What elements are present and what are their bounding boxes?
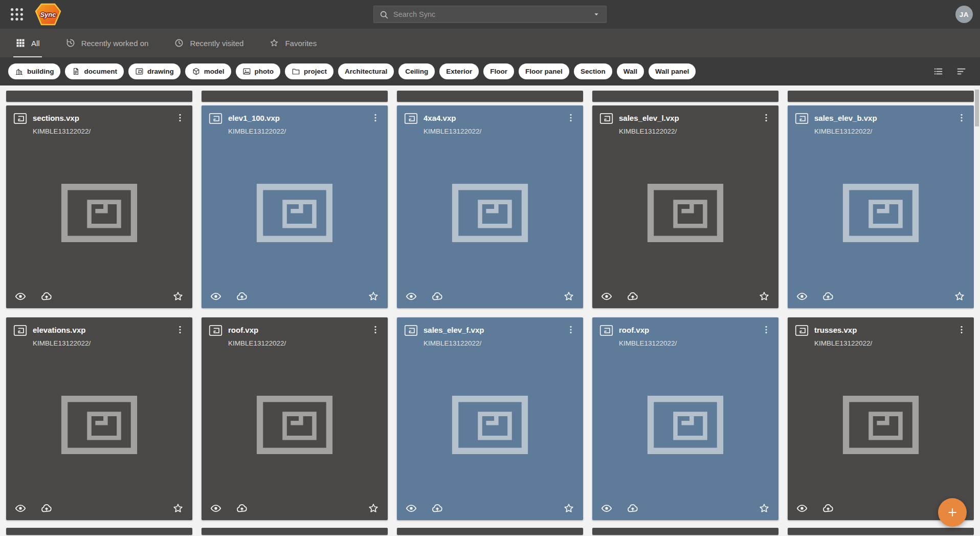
file-card[interactable]: sections.vxp KIMBLE13122022/: [6, 105, 192, 308]
preview-button[interactable]: [14, 502, 27, 514]
search-input[interactable]: [393, 10, 587, 18]
cloud-upload-button[interactable]: [627, 290, 639, 303]
avatar[interactable]: JA: [955, 6, 973, 23]
partially-visible-card[interactable]: [202, 528, 388, 535]
filter-chip-model[interactable]: model: [185, 63, 231, 79]
file-card[interactable]: elev1_100.vxp KIMBLE13122022/: [202, 105, 388, 308]
cloud-upload-button[interactable]: [40, 502, 53, 514]
favorite-button[interactable]: [758, 502, 770, 514]
filter-chip-photo[interactable]: photo: [236, 63, 280, 79]
card-menu-button[interactable]: [175, 324, 185, 335]
file-path: KIMBLE13122022/: [33, 339, 169, 347]
cloud-upload-button[interactable]: [236, 290, 248, 303]
card-footer: [13, 502, 185, 514]
filter-chip-drawing[interactable]: drawing: [128, 63, 181, 79]
filter-chip-floor[interactable]: Floor: [483, 63, 514, 79]
favorite-button[interactable]: [563, 502, 575, 514]
partially-visible-card[interactable]: [592, 528, 778, 535]
filter-chip-floor-panel[interactable]: Floor panel: [519, 63, 569, 79]
history-icon: [65, 38, 76, 48]
favorite-button[interactable]: [563, 290, 575, 303]
card-menu-button[interactable]: [761, 112, 771, 123]
tab-recently-worked-on[interactable]: Recently worked on: [63, 29, 151, 57]
tab-recently-visited[interactable]: Recently visited: [172, 29, 246, 57]
preview-button[interactable]: [210, 502, 222, 514]
card-header: elevations.vxp KIMBLE13122022/: [13, 324, 185, 347]
card-header: sales_elev_f.vxp KIMBLE13122022/: [404, 324, 576, 347]
file-card[interactable]: elevations.vxp KIMBLE13122022/: [6, 317, 192, 520]
filter-chip-wall[interactable]: Wall: [617, 63, 644, 79]
card-menu-button[interactable]: [175, 112, 185, 123]
filter-chip-document[interactable]: document: [65, 63, 124, 79]
preview-button[interactable]: [796, 502, 808, 514]
card-menu-button[interactable]: [956, 324, 967, 335]
cloud-upload-button[interactable]: [40, 290, 53, 303]
search-dropdown-button[interactable]: [592, 10, 601, 19]
card-menu-button[interactable]: [370, 112, 381, 123]
filter-chip-ceiling[interactable]: Ceiling: [398, 63, 435, 79]
chip-label: Wall panel: [655, 68, 689, 75]
partially-visible-card[interactable]: [788, 91, 974, 102]
file-card[interactable]: sales_elev_b.vxp KIMBLE13122022/: [788, 105, 974, 308]
favorite-button[interactable]: [367, 502, 380, 514]
partially-visible-card[interactable]: [788, 528, 974, 535]
cloud-upload-button[interactable]: [431, 290, 443, 303]
filter-chip-architectural[interactable]: Architectural: [338, 63, 394, 79]
card-menu-button[interactable]: [566, 112, 576, 123]
drawing-thumbnail: [209, 347, 381, 502]
file-card[interactable]: sales_elev_l.vxp KIMBLE13122022/: [592, 105, 778, 308]
preview-button[interactable]: [600, 502, 613, 514]
sort-button[interactable]: [956, 66, 967, 77]
cloud-upload-button[interactable]: [822, 290, 834, 303]
scrollbar-thumb[interactable]: [975, 90, 979, 126]
cloud-upload-button[interactable]: [431, 502, 443, 514]
preview-button[interactable]: [405, 290, 417, 303]
add-button[interactable]: [938, 498, 967, 527]
preview-button[interactable]: [796, 290, 808, 303]
preview-button[interactable]: [600, 290, 613, 303]
file-card[interactable]: trusses.vxp KIMBLE13122022/: [788, 317, 974, 520]
favorite-button[interactable]: [758, 290, 770, 303]
favorite-button[interactable]: [953, 290, 966, 303]
preview-button[interactable]: [405, 502, 417, 514]
list-view-button[interactable]: [933, 66, 944, 77]
sync-logo[interactable]: Sync: [35, 3, 61, 26]
preview-button[interactable]: [14, 290, 27, 303]
scrollbar[interactable]: [974, 85, 980, 536]
filter-chip-exterior[interactable]: Exterior: [439, 63, 479, 79]
filter-chip-project[interactable]: project: [285, 63, 333, 79]
filter-chip-building[interactable]: building: [8, 63, 60, 79]
file-grid: sections.vxp KIMBLE13122022/ elev1_100.v…: [6, 105, 974, 520]
tab-favorites[interactable]: Favorites: [267, 29, 319, 57]
card-menu-button[interactable]: [370, 324, 381, 335]
partially-visible-card[interactable]: [6, 91, 192, 102]
partially-visible-card[interactable]: [592, 91, 778, 102]
cloud-upload-button[interactable]: [822, 502, 834, 514]
preview-button[interactable]: [210, 290, 222, 303]
card-header: roof.vxp KIMBLE13122022/: [209, 324, 381, 347]
favorite-button[interactable]: [367, 290, 380, 303]
search-bar[interactable]: [373, 6, 607, 23]
filter-chip-section[interactable]: Section: [574, 63, 612, 79]
favorite-button[interactable]: [172, 290, 184, 303]
card-menu-button[interactable]: [566, 324, 576, 335]
partially-visible-card[interactable]: [397, 528, 583, 535]
filter-chip-wall-panel[interactable]: Wall panel: [649, 63, 696, 79]
tab-all[interactable]: All: [13, 29, 42, 57]
cloud-upload-button[interactable]: [236, 502, 248, 514]
file-card[interactable]: sales_elev_f.vxp KIMBLE13122022/: [397, 317, 583, 520]
card-header: sections.vxp KIMBLE13122022/: [13, 112, 185, 135]
file-card[interactable]: roof.vxp KIMBLE13122022/: [592, 317, 778, 520]
partially-visible-card[interactable]: [202, 91, 388, 102]
card-menu-button[interactable]: [956, 112, 967, 123]
file-card[interactable]: 4xa4.vxp KIMBLE13122022/: [397, 105, 583, 308]
cloud-upload-button[interactable]: [627, 502, 639, 514]
partially-visible-card[interactable]: [6, 528, 192, 535]
file-name: sections.vxp: [33, 112, 169, 124]
file-card[interactable]: roof.vxp KIMBLE13122022/: [202, 317, 388, 520]
card-menu-button[interactable]: [761, 324, 771, 335]
partially-visible-card[interactable]: [397, 91, 583, 102]
apps-grid-button[interactable]: [9, 7, 25, 22]
favorite-button[interactable]: [172, 502, 184, 514]
file-path: KIMBLE13122022/: [228, 127, 365, 135]
